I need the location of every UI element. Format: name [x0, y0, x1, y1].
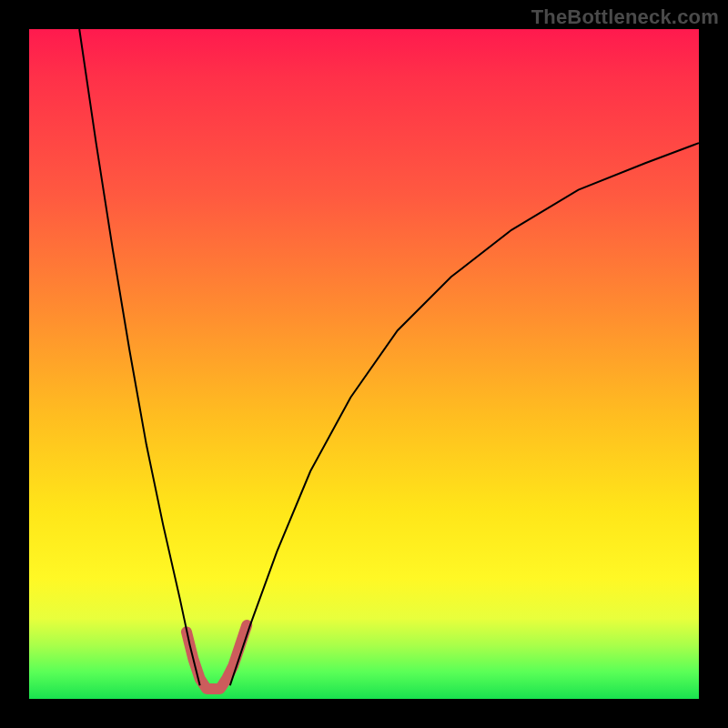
chart-container: TheBottleneck.com [0, 0, 728, 728]
left-branch-curve [79, 29, 199, 685]
watermark-text: TheBottleneck.com [531, 5, 719, 29]
plot-area [29, 29, 699, 699]
plot-svg [29, 29, 699, 699]
right-branch-curve [230, 143, 699, 685]
valley-highlight [187, 625, 247, 689]
